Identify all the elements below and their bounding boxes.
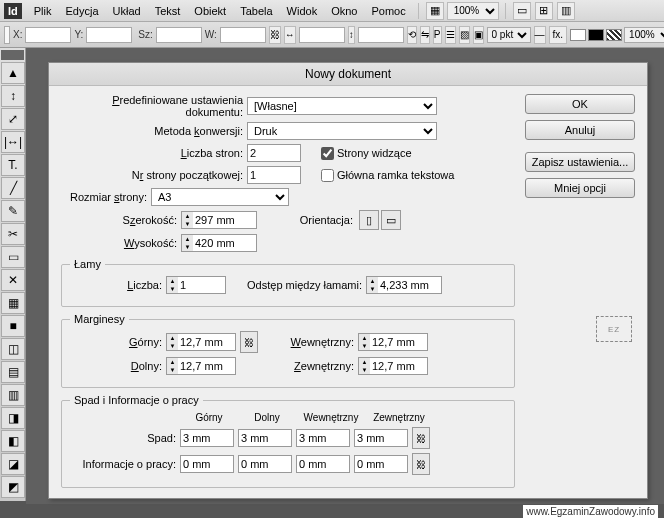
y-input[interactable] xyxy=(86,27,132,43)
slug-top-input[interactable] xyxy=(180,455,234,473)
type-tool-icon[interactable]: T. xyxy=(1,154,25,176)
bleed-top-input[interactable] xyxy=(180,429,234,447)
cancel-button[interactable]: Anuluj xyxy=(525,120,635,140)
hand-tool-icon[interactable]: ◧ xyxy=(1,430,25,452)
menu-window[interactable]: Okno xyxy=(325,3,363,19)
page-tool-icon[interactable]: ⤢ xyxy=(1,108,25,130)
margin-outside-input[interactable] xyxy=(370,357,428,375)
scale-y-input[interactable] xyxy=(358,27,404,43)
width-input[interactable] xyxy=(156,27,202,43)
zoom-level-select[interactable]: 100% xyxy=(447,2,499,20)
width-input-field[interactable] xyxy=(193,211,257,229)
constrain-icon[interactable]: ⛓ xyxy=(269,26,281,44)
link-margins-icon[interactable]: ⛓ xyxy=(240,331,258,353)
arrange-icon[interactable]: ▥ xyxy=(557,2,575,20)
swatch-black[interactable] xyxy=(588,29,604,41)
margin-top-input[interactable] xyxy=(178,333,236,351)
height-input[interactable] xyxy=(220,27,266,43)
primary-text-frame-checkbox[interactable] xyxy=(321,169,334,182)
view-mode-icon[interactable]: ▭ xyxy=(513,2,531,20)
menu-view[interactable]: Widok xyxy=(281,3,324,19)
orientation-portrait-icon[interactable]: ▯ xyxy=(359,210,379,230)
swatch-pattern[interactable] xyxy=(606,29,622,41)
scale-x-input[interactable] xyxy=(299,27,345,43)
x-input[interactable] xyxy=(25,27,71,43)
swatch-white[interactable] xyxy=(570,29,586,41)
gutter-input[interactable] xyxy=(378,276,442,294)
bleed-bottom-input[interactable] xyxy=(238,429,292,447)
width-stepper[interactable]: ▲▼ xyxy=(181,211,257,229)
menu-help[interactable]: Pomoc xyxy=(365,3,411,19)
ok-button[interactable]: OK xyxy=(525,94,635,114)
tool-panel-grip[interactable] xyxy=(1,50,24,60)
rotate-icon[interactable]: ⟲ xyxy=(407,26,417,44)
line-tool-icon[interactable]: ╱ xyxy=(1,177,25,199)
margin-top-stepper[interactable]: ▲▼ xyxy=(166,333,236,351)
scale-x-icon[interactable]: ↔ xyxy=(284,26,296,44)
up-arrow-icon[interactable]: ▲ xyxy=(182,235,193,243)
menu-table[interactable]: Tabela xyxy=(234,3,278,19)
p-icon[interactable]: P xyxy=(433,26,442,44)
up-arrow-icon[interactable]: ▲ xyxy=(182,212,193,220)
slug-inside-input[interactable] xyxy=(296,455,350,473)
down-arrow-icon[interactable]: ▼ xyxy=(182,243,193,251)
bleed-inside-input[interactable] xyxy=(296,429,350,447)
save-preset-button[interactable]: Zapisz ustawienia... xyxy=(525,152,635,172)
margin-inside-input[interactable] xyxy=(370,333,428,351)
gradient-feather-tool-icon[interactable]: ▤ xyxy=(1,361,25,383)
reference-point-picker[interactable] xyxy=(4,26,10,44)
menu-file[interactable]: Plik xyxy=(28,3,58,19)
gutter-stepper[interactable]: ▲▼ xyxy=(366,276,442,294)
mirror-icon[interactable]: ⇋ xyxy=(420,26,430,44)
fx-button[interactable]: fx. xyxy=(549,26,568,44)
scissors-tool-icon[interactable]: ▦ xyxy=(1,292,25,314)
column-count-input[interactable] xyxy=(178,276,226,294)
stroke-swatch-icon[interactable]: ▣ xyxy=(473,26,484,44)
screen-mode-icon[interactable]: ⊞ xyxy=(535,2,553,20)
orientation-landscape-icon[interactable]: ▭ xyxy=(381,210,401,230)
link-slug-icon[interactable]: ⛓ xyxy=(412,453,430,475)
scale-y-icon[interactable]: ↕ xyxy=(348,26,355,44)
facing-pages-checkbox[interactable] xyxy=(321,147,334,160)
fewer-options-button[interactable]: Mniej opcji xyxy=(525,178,635,198)
slug-bottom-input[interactable] xyxy=(238,455,292,473)
height-stepper[interactable]: ▲▼ xyxy=(181,234,257,252)
down-arrow-icon[interactable]: ▼ xyxy=(182,220,193,228)
intent-select[interactable]: Druk xyxy=(247,122,437,140)
stroke-style-icon[interactable]: — xyxy=(534,26,546,44)
slug-outside-input[interactable] xyxy=(354,455,408,473)
tint-select[interactable]: 100% xyxy=(624,27,664,43)
direct-selection-tool-icon[interactable]: ↕ xyxy=(1,85,25,107)
free-transform-tool-icon[interactable]: ■ xyxy=(1,315,25,337)
note-tool-icon[interactable]: ▥ xyxy=(1,384,25,406)
gradient-swatch-tool-icon[interactable]: ◫ xyxy=(1,338,25,360)
bleed-outside-input[interactable] xyxy=(354,429,408,447)
pen-tool-icon[interactable]: ✎ xyxy=(1,200,25,222)
rectangle-frame-tool-icon[interactable]: ▭ xyxy=(1,246,25,268)
pages-input[interactable] xyxy=(247,144,301,162)
selection-tool-icon[interactable]: ▲ xyxy=(1,62,25,84)
margin-outside-stepper[interactable]: ▲▼ xyxy=(358,357,428,375)
menu-layout[interactable]: Układ xyxy=(107,3,147,19)
menu-object[interactable]: Obiekt xyxy=(188,3,232,19)
column-count-stepper[interactable]: ▲▼ xyxy=(166,276,226,294)
margin-bottom-stepper[interactable]: ▲▼ xyxy=(166,357,236,375)
fill-stroke-toggle-icon[interactable]: ◩ xyxy=(1,476,25,498)
margin-bottom-input[interactable] xyxy=(178,357,236,375)
document-preset-select[interactable]: [Własne] xyxy=(247,97,437,115)
start-page-input[interactable] xyxy=(247,166,301,184)
menu-text[interactable]: Tekst xyxy=(149,3,187,19)
zoom-tool-icon[interactable]: ◪ xyxy=(1,453,25,475)
align-icon[interactable]: ☰ xyxy=(445,26,456,44)
page-size-select[interactable]: A3 xyxy=(151,188,289,206)
margin-inside-stepper[interactable]: ▲▼ xyxy=(358,333,428,351)
height-input-field[interactable] xyxy=(193,234,257,252)
bridge-icon[interactable]: ▦ xyxy=(426,2,444,20)
fill-swatch-icon[interactable]: ▨ xyxy=(459,26,470,44)
rectangle-tool-icon[interactable]: ✕ xyxy=(1,269,25,291)
stroke-weight-select[interactable]: 0 pkt xyxy=(487,27,531,43)
eyedropper-tool-icon[interactable]: ◨ xyxy=(1,407,25,429)
menu-edit[interactable]: Edycja xyxy=(60,3,105,19)
link-bleed-icon[interactable]: ⛓ xyxy=(412,427,430,449)
gap-tool-icon[interactable]: |↔| xyxy=(1,131,25,153)
